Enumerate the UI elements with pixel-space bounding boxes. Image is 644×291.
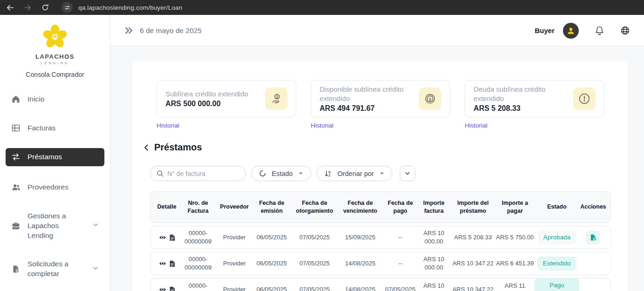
historial-link[interactable]: Historial [157,122,179,129]
home-icon [11,95,21,103]
view-detail-eye-icon[interactable] [159,286,166,291]
browser-toolbar: qa.lapachoslending.com/buyer/Loan [0,0,644,15]
language-globe-icon[interactable] [620,26,630,35]
sidebar-item-label: Facturas [27,123,87,133]
browser-back-icon[interactable] [6,3,14,12]
site-settings-icon[interactable] [62,2,73,13]
search-input[interactable] [167,170,240,177]
view-detail-eye-icon[interactable] [159,260,166,267]
col-importe-a-pagar: Importe a pagar [495,199,534,216]
cell-pay-amount: ARS 6 451.39 [495,259,534,268]
invoice-search-field[interactable] [150,166,246,181]
table-header: Detalle Nro. de Factura Proveedor Fecha … [150,191,611,223]
estado-filter-button[interactable]: Estado [251,166,311,181]
cell-loan-amount: ARS 10 347.22 [451,259,495,268]
sidebar-item-prestamos[interactable]: Préstamos [6,148,104,166]
sidebar-item-label: Solicitudes a completar [27,259,85,279]
historial-link[interactable]: Historial [311,122,334,129]
card-disponible-sublinea: Disponible sublínea crédito extendido AR… [311,80,451,117]
svg-text:Z: Z [329,174,330,177]
sidebar-item-solicitudes[interactable]: Solicitudes a completar [6,255,104,283]
cell-invoice-amount: ARS 10 000.00 [417,255,451,271]
cell-provider: Provider [218,259,251,268]
invoice-document-icon[interactable] [169,234,175,241]
view-detail-eye-icon[interactable] [159,234,166,241]
filters-bar: Estado AZ Ordenar por [150,166,611,181]
col-detalle: Detalle [155,203,178,211]
cell-granting-date: 07/05/2025 [292,285,337,291]
address-bar-url[interactable]: qa.lapachoslending.com/buyer/Loan [78,4,183,11]
col-proveedor: Proveedor [218,203,251,211]
ordenar-por-button[interactable]: AZ Ordenar por [316,166,392,181]
browser-forward-icon[interactable] [23,3,32,12]
ordenar-label: Ordenar por [337,170,374,177]
search-icon [157,170,164,177]
invoice-document-icon[interactable] [169,286,175,291]
console-label: Consola Comprador [0,71,110,78]
cell-pay-amount: ARS 11 451.39 [495,282,534,291]
card-title: Disponible sublínea crédito extendido [320,85,415,104]
sidebar-item-proveedores[interactable]: Proveedores [6,178,104,196]
svg-text:$: $ [276,95,278,99]
col-fecha-otorgamiento: Fecha de otorgamiento [292,199,337,216]
card-value: ARS 500 000.00 [165,100,248,108]
sidebar: LAPACHOS LENDING Consola Comprador Inici… [0,15,110,291]
brand-logo: LAPACHOS LENDING Consola Comprador [0,23,110,78]
card-deuda-sublinea: Deuda sublínea crédito extendido ARS 5 2… [465,80,604,117]
cell-emission-date: 06/05/2025 [251,285,292,291]
historial-link[interactable]: Historial [465,122,487,129]
sidebar-item-label: Inicio [27,95,87,104]
briefcase-icon [11,222,21,230]
col-fecha-emision: Fecha de emisión [251,199,292,216]
notifications-bell-icon[interactable] [595,26,604,35]
chevron-down-icon [404,170,411,176]
col-nro-factura: Nro. de Factura [178,199,218,216]
loan-action-document-check-icon[interactable] [586,230,600,244]
swap-arrows-icon [11,153,21,161]
table-row: 00000-00000009Provider06/05/202507/05/20… [150,252,611,275]
col-fecha-pago: Fecha de pago [384,199,417,216]
col-acciones: Acciones [579,203,607,211]
cell-invoice-amount: ARS 10 000.00 [417,229,451,245]
sidebar-item-gestiones[interactable]: Gestiones a Lapachos Lending [6,207,104,245]
card-sublinea-credito: Sublínea crédito extendido ARS 500 000.0… [157,80,296,117]
sidebar-item-facturas[interactable]: Facturas [6,119,104,137]
chevron-down-icon [298,171,303,176]
status-badge: Pago Confirmado [534,278,579,291]
cell-payment-date: 07/05/2025 [384,285,417,291]
sidebar-item-label: Gestiones a Lapachos Lending [27,211,85,241]
status-badge: Extendido [537,257,576,271]
col-importe-prestamo: Importe del préstamo [451,199,495,216]
more-filters-button[interactable] [400,166,415,181]
brand-name: LAPACHOS [0,53,110,60]
user-role-label: Buyer [534,27,555,34]
cell-due-date: 14/08/2025 [337,285,384,291]
card-title: Deuda sublínea crédito extendido [473,85,569,104]
invoice-document-icon[interactable] [169,260,175,267]
table-row: 00000-00000008Provider06/05/202507/05/20… [150,278,611,291]
sort-az-icon: AZ [324,170,332,177]
people-icon [11,183,21,191]
col-fecha-vencimiento: Fecha de vencimiento [337,199,384,216]
sidebar-expand-icon[interactable] [124,26,133,35]
chevron-down-icon [92,265,99,273]
cell-invoice-amount: ARS 10 000.00 [417,282,451,291]
status-badge: Aprobada [538,230,576,244]
chevron-down-icon [379,171,384,176]
table-row: 00000-00000009Provider06/05/202507/05/20… [150,226,611,249]
sidebar-item-inicio[interactable]: Inicio [6,90,104,108]
cell-emission-date: 06/05/2025 [251,233,292,242]
card-title: Sublínea crédito extendido [165,89,248,99]
cell-pay-amount: ARS 5 750.00 [495,233,534,242]
header-date: 6 de mayo de 2025 [140,27,202,35]
avatar[interactable] [563,23,579,39]
back-chevron-icon[interactable] [143,144,150,151]
hand-coin-icon: $ [265,88,288,110]
chevron-down-icon [92,222,99,230]
content-area: Sublínea crédito extendido ARS 500 000.0… [110,47,644,291]
table-body: 00000-00000009Provider06/05/202507/05/20… [150,226,611,291]
browser-refresh-icon[interactable] [41,3,49,12]
sidebar-item-label: Préstamos [27,152,87,162]
cell-due-date: 14/08/2025 [337,259,384,268]
cell-payment-date: -- [384,259,417,268]
